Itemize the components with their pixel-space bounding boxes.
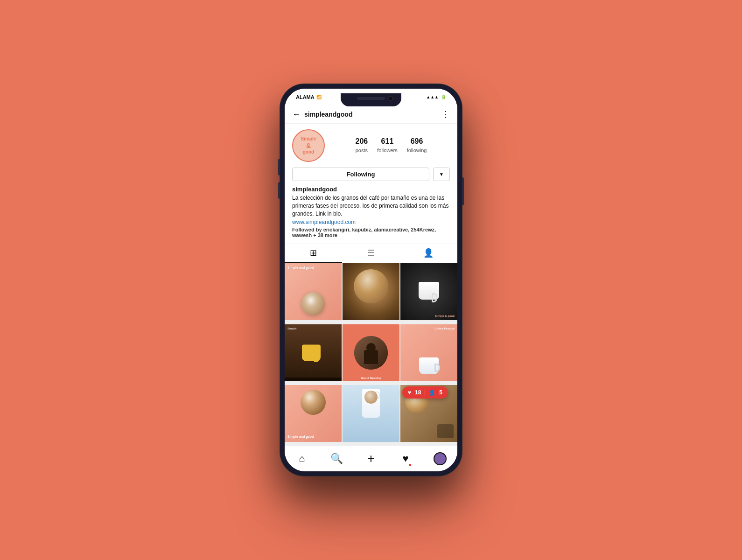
phone-screen: ALAMA 📶 ▲▲▲ 🔋 ← simpleandgood ⋮ bbox=[285, 89, 457, 471]
grid-item-8[interactable] bbox=[343, 385, 399, 442]
ig-follow-row: Following ▼ bbox=[292, 168, 450, 181]
ig-profile-top: Simple & good 206 posts 611 followers bbox=[292, 129, 450, 162]
bio-link[interactable]: www.simpleandgood.com bbox=[292, 219, 450, 225]
posts-label: posts bbox=[356, 147, 368, 153]
followers-stat[interactable]: 611 followers bbox=[377, 137, 397, 154]
followers-label: followers bbox=[377, 147, 397, 153]
followers-count: 611 bbox=[377, 137, 397, 146]
notification-divider bbox=[425, 389, 425, 396]
notification-likes-count: 18 bbox=[415, 389, 421, 396]
nav-search[interactable]: 🔍 bbox=[327, 449, 346, 468]
tab-list[interactable]: ☰ bbox=[342, 244, 399, 263]
ig-header-left: ← simpleandgood bbox=[292, 110, 352, 119]
notification-heart-icon: ♥ bbox=[408, 389, 411, 396]
status-icons: ▲▲▲ 🔋 bbox=[426, 95, 446, 99]
following-label: following bbox=[407, 147, 427, 153]
notification-followers-count: 5 bbox=[439, 389, 442, 396]
add-post-icon: + bbox=[367, 451, 375, 466]
follow-dropdown-button[interactable]: ▼ bbox=[433, 168, 450, 181]
nav-activity[interactable]: ♥ bbox=[396, 449, 415, 468]
back-button[interactable]: ← bbox=[292, 110, 301, 119]
profile-username-header: simpleandgood bbox=[304, 111, 352, 118]
grid-item-6[interactable]: Coffee Festival bbox=[400, 324, 457, 381]
avatar-text-good: good bbox=[301, 149, 316, 155]
heart-nav-icon: ♥ bbox=[402, 453, 408, 465]
search-icon: 🔍 bbox=[330, 453, 343, 465]
avatar-logo: Simple & good bbox=[301, 136, 316, 155]
volume-up-button bbox=[278, 159, 280, 175]
status-carrier: ALAMA 📶 bbox=[296, 94, 322, 100]
activity-dot bbox=[409, 464, 411, 466]
speaker bbox=[357, 97, 385, 100]
instagram-app: ← simpleandgood ⋮ Simple & good bbox=[285, 105, 457, 471]
following-count: 696 bbox=[407, 137, 427, 146]
volume-down-button bbox=[278, 182, 280, 199]
following-button[interactable]: Following bbox=[292, 168, 429, 181]
nav-home[interactable]: ⌂ bbox=[293, 449, 311, 468]
ig-photo-grid: Simple and good Coffee Festival bbox=[285, 263, 457, 445]
ig-stats: 206 posts 611 followers 696 following bbox=[332, 137, 450, 154]
grid-item-5[interactable]: Grand Opening bbox=[343, 324, 399, 381]
tab-grid[interactable]: ⊞ bbox=[285, 244, 342, 263]
front-camera bbox=[388, 96, 393, 101]
bio-username: simpleandgood bbox=[292, 186, 450, 193]
phone-mockup: ALAMA 📶 ▲▲▲ 🔋 ← simpleandgood ⋮ bbox=[280, 84, 462, 476]
avatar: Simple & good bbox=[292, 129, 325, 162]
nav-add[interactable]: + bbox=[362, 449, 380, 468]
tab-tagged[interactable]: 👤 bbox=[400, 244, 457, 263]
grid-icon: ⊞ bbox=[310, 248, 317, 258]
avatar-text-simple: Simple bbox=[301, 136, 316, 142]
ig-profile-header: ← simpleandgood ⋮ bbox=[285, 105, 457, 124]
grid-item-1[interactable]: Simple and good bbox=[285, 263, 342, 320]
list-icon: ☰ bbox=[367, 248, 375, 258]
followed-by-text: Followed by erickangiri, kapubiz, alamac… bbox=[292, 227, 450, 238]
tag-person-icon: 👤 bbox=[423, 248, 434, 258]
following-stat[interactable]: 696 following bbox=[407, 137, 427, 154]
battery-icon: 🔋 bbox=[441, 95, 446, 99]
ig-profile-section: Simple & good 206 posts 611 followers bbox=[285, 124, 457, 244]
grid-item-2[interactable]: Coffee Festival bbox=[343, 263, 399, 320]
ig-view-tabs: ⊞ ☰ 👤 bbox=[285, 244, 457, 263]
wifi-icon: 📶 bbox=[316, 95, 322, 99]
signal-icon: ▲▲▲ bbox=[426, 95, 439, 99]
notification-person-icon: 👤 bbox=[429, 390, 435, 396]
ig-bottom-nav: ⌂ 🔍 + ♥ bbox=[285, 445, 457, 471]
nav-profile[interactable] bbox=[431, 449, 449, 468]
posts-count: 206 bbox=[356, 137, 368, 146]
grid-item-7[interactable]: Simple and good bbox=[285, 385, 342, 442]
notification-badge[interactable]: ♥ 18 👤 5 bbox=[402, 386, 448, 399]
grid-item-3[interactable]: Simple & good bbox=[400, 263, 457, 320]
carrier-text: ALAMA bbox=[296, 94, 315, 100]
phone-notch bbox=[341, 93, 401, 106]
avatar-text-amp: & bbox=[301, 142, 316, 150]
bio-text: La selección de los granos del café por … bbox=[292, 194, 450, 217]
more-options-button[interactable]: ⋮ bbox=[441, 109, 450, 119]
grid-item-4[interactable]: Simple bbox=[285, 324, 342, 381]
power-button bbox=[462, 177, 464, 205]
posts-stat: 206 posts bbox=[356, 137, 368, 154]
profile-avatar-nav bbox=[434, 452, 447, 465]
home-icon: ⌂ bbox=[299, 453, 305, 465]
